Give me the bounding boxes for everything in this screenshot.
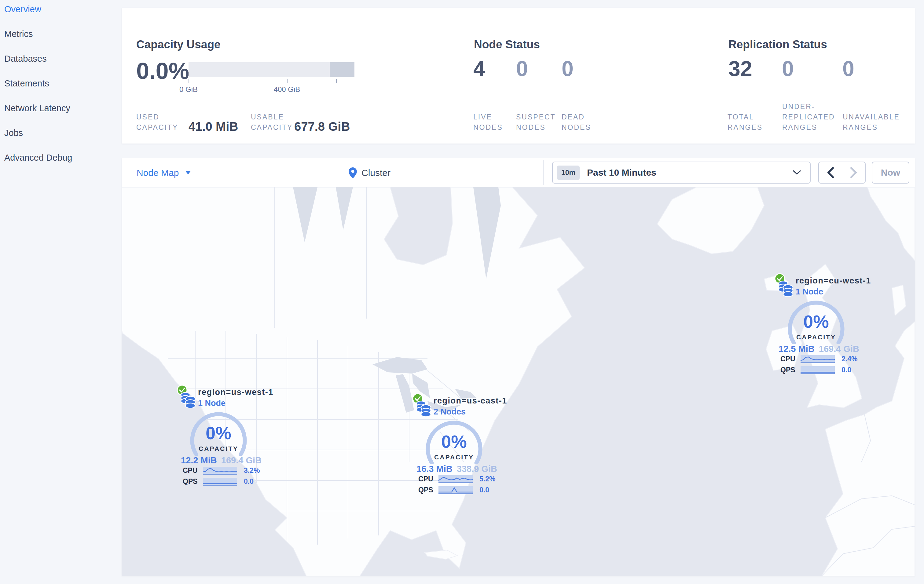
node-used-capacity: 16.3 MiB <box>416 464 452 474</box>
region-label: region=us-west-1 <box>198 388 274 397</box>
database-node-icon <box>778 280 794 297</box>
dead-nodes-label: DEAD NODES <box>562 112 591 133</box>
view-selector-dropdown[interactable]: Node Map <box>137 158 191 187</box>
replication-status-title: Replication Status <box>728 38 827 51</box>
qps-label: QPS <box>418 486 439 494</box>
node-map-card: Node Map Cluster 10m Past 10 Minutes <box>122 158 915 576</box>
map-node-eu-west-1[interactable]: region=eu-west-11 Node0%CAPACITY12.5 MiB… <box>774 273 866 377</box>
node-status-title: Node Status <box>474 38 540 51</box>
toolbar-divider <box>543 160 544 185</box>
time-step-back-button[interactable] <box>819 162 842 183</box>
capacity-bar: 0 GiB 400 GiB <box>188 62 355 94</box>
under-replicated-ranges-label: UNDER- REPLICATED RANGES <box>782 101 835 133</box>
sidebar-item-network-latency[interactable]: Network Latency <box>0 104 122 113</box>
live-nodes-count: 4 <box>473 58 485 79</box>
total-ranges-label: TOTAL RANGES <box>728 112 763 133</box>
gauge-percent: 0% <box>803 311 829 331</box>
cpu-label: CPU <box>418 475 439 483</box>
time-step-forward-button[interactable] <box>842 162 865 183</box>
sidebar-item-metrics[interactable]: Metrics <box>0 30 122 38</box>
capacity-bar-overflow-segment <box>330 62 355 77</box>
cpu-metric-row: CPU5.2% <box>418 475 495 483</box>
node-count-link[interactable]: 1 Node <box>796 287 823 296</box>
map-pin-icon <box>349 168 357 178</box>
qps-value: 0.0 <box>842 366 851 374</box>
usable-capacity-label: USABLE CAPACITY <box>251 112 293 133</box>
unavailable-ranges-label: UNAVAILABLE RANGES <box>843 112 900 133</box>
sidebar: OverviewMetricsDatabasesStatementsNetwor… <box>0 0 122 584</box>
cpu-sparkline <box>203 467 237 475</box>
qps-value: 0.0 <box>244 477 254 486</box>
cpu-label: CPU <box>780 355 800 363</box>
sidebar-item-overview[interactable]: Overview <box>0 5 122 14</box>
capacity-gauge: 0%CAPACITY <box>785 298 847 344</box>
capacity-axis-label-400: 400 GiB <box>274 85 300 94</box>
suspect-nodes-count: 0 <box>516 58 528 79</box>
breadcrumb[interactable]: Cluster <box>349 158 391 187</box>
cpu-value: 2.4% <box>842 355 857 363</box>
chevron-left-icon <box>827 167 834 178</box>
capacity-gauge: 0%CAPACITY <box>424 418 485 464</box>
sidebar-item-databases[interactable]: Databases <box>0 54 122 63</box>
node-total-capacity: 338.9 GiB <box>457 464 497 474</box>
map-node-us-west-1[interactable]: region=us-west-11 Node0%CAPACITY12.2 MiB… <box>177 385 268 489</box>
cluster-summary-panel: Capacity Usage 0.0% 0 GiB 400 GiB USED C… <box>122 8 915 144</box>
time-range-label: Past 10 Minutes <box>587 168 656 178</box>
capacity-percent: 0.0% <box>136 58 189 84</box>
world-map: region=us-west-11 Node0%CAPACITY12.2 MiB… <box>122 187 915 576</box>
now-button-label: Now <box>881 168 900 178</box>
qps-sparkline <box>203 478 237 486</box>
qps-metric-row: QPS0.0 <box>780 366 851 374</box>
qps-sparkline <box>800 366 835 374</box>
used-capacity-value: 41.0 MiB <box>188 120 238 133</box>
node-count-link[interactable]: 1 Node <box>198 398 226 408</box>
capacity-axis-ticks <box>188 79 355 83</box>
qps-label: QPS <box>183 477 203 486</box>
node-used-capacity: 12.2 MiB <box>181 456 217 466</box>
cpu-label: CPU <box>183 466 203 475</box>
usable-capacity-value: 677.8 GiB <box>294 120 350 133</box>
region-label: region=us-east-1 <box>434 396 507 406</box>
chevron-down-icon <box>793 170 801 175</box>
database-node-icon <box>416 400 432 417</box>
view-selector-label: Node Map <box>137 168 179 178</box>
cpu-metric-row: CPU2.4% <box>780 355 857 363</box>
cpu-value: 3.2% <box>244 466 260 475</box>
now-button[interactable]: Now <box>872 161 909 184</box>
capacity-bar-track <box>188 62 355 77</box>
gauge-percent: 0% <box>206 423 231 443</box>
capacity-axis-label-0: 0 GiB <box>179 85 198 94</box>
node-count-link[interactable]: 2 Nodes <box>434 407 466 416</box>
cpu-value: 5.2% <box>479 475 495 483</box>
total-ranges-count: 32 <box>728 58 752 79</box>
dead-nodes-count: 0 <box>562 58 574 79</box>
node-total-capacity: 169.4 GiB <box>221 456 262 466</box>
time-range-dropdown[interactable]: 10m Past 10 Minutes <box>552 161 811 184</box>
cpu-sparkline <box>800 355 835 363</box>
capacity-usage-title: Capacity Usage <box>136 38 221 51</box>
chevron-right-icon <box>850 167 857 178</box>
world-map-svg <box>122 187 915 576</box>
database-node-icon <box>180 392 196 408</box>
used-capacity-label: USED CAPACITY <box>136 112 178 133</box>
caret-down-icon <box>185 171 191 175</box>
gauge-percent: 0% <box>441 432 467 451</box>
breadcrumb-label: Cluster <box>361 168 391 178</box>
unavailable-ranges-count: 0 <box>842 58 854 79</box>
map-toolbar: Node Map Cluster 10m Past 10 Minutes <box>122 158 915 187</box>
qps-metric-row: QPS0.0 <box>418 486 489 494</box>
gauge-capacity-label: CAPACITY <box>199 445 238 452</box>
time-range-badge: 10m <box>557 166 580 180</box>
cpu-metric-row: CPU3.2% <box>183 466 260 475</box>
map-node-us-east-1[interactable]: region=us-east-12 Nodes0%CAPACITY16.3 Mi… <box>412 393 504 497</box>
qps-sparkline <box>439 486 473 494</box>
gauge-capacity-label: CAPACITY <box>796 334 836 341</box>
sidebar-item-jobs[interactable]: Jobs <box>0 128 122 137</box>
qps-value: 0.0 <box>479 486 489 494</box>
sidebar-item-statements[interactable]: Statements <box>0 79 122 88</box>
capacity-gauge: 0%CAPACITY <box>188 410 249 456</box>
node-used-capacity: 12.5 MiB <box>779 344 815 354</box>
qps-metric-row: QPS0.0 <box>183 477 254 486</box>
sidebar-item-advanced-debug[interactable]: Advanced Debug <box>0 153 122 162</box>
live-nodes-label: LIVE NODES <box>473 112 503 133</box>
